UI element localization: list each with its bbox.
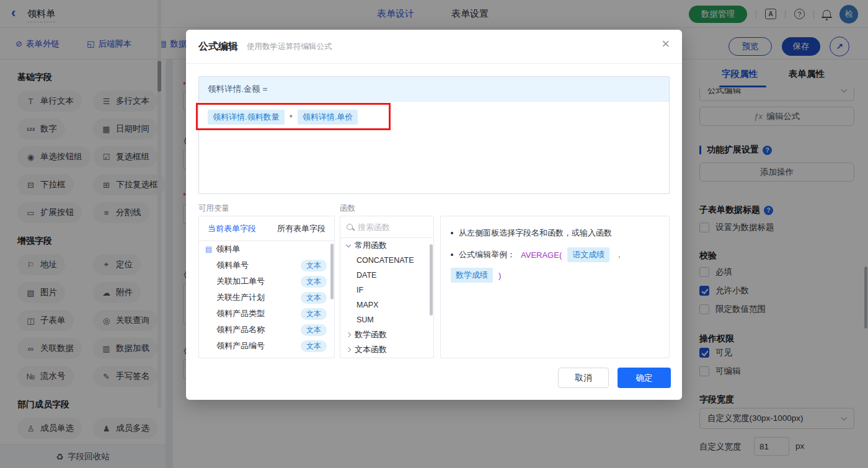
formula-help-panel: 从左侧面板选择字段名和函数，或输入函数 公式编辑举例： AVERAGE( 语文成… [440,216,670,358]
function-label: IF [356,286,363,294]
tree-label: 领料产品类型 [216,308,265,319]
formula-field-chip[interactable]: 领料详情.单价 [298,110,358,125]
tree-label: 关联生产计划 [216,292,265,303]
function-item-sum[interactable]: SUM [340,312,433,327]
group-label: 常用函数 [355,240,387,251]
tree-field-item[interactable]: 领料产品名称文本 [199,322,334,338]
type-badge: 文本 [301,260,327,272]
function-name-example: AVERAGE( [521,250,562,260]
bullet-icon [451,232,453,234]
functions-scrollbar-thumb[interactable] [430,244,433,316]
type-badge: 文本 [301,324,327,336]
formula-field-chip[interactable]: 领料详情.领料数量 [208,110,285,125]
chevron-right-icon [346,332,351,337]
confirm-button[interactable]: 确定 [618,368,671,388]
formula-editor-box: 领料详情.金额 = 领料详情.领料数量 * 领料详情.单价 [198,76,670,194]
example-chip: 数学成绩 [451,268,493,283]
tree-label: 关联加工单号 [216,276,265,287]
function-group-text[interactable]: 文本函数 [340,342,433,357]
document-icon: ▤ [205,245,212,254]
tree-field-item[interactable]: 关联生产计划文本 [199,289,334,306]
functions-panel: 常用函数 CONCATENATE DATE IF MAPX SUM 数学函数 文… [340,216,434,358]
functions-section-label: 函数 [340,203,355,214]
chevron-right-icon [346,347,351,352]
bullet-icon [451,254,453,256]
cancel-button[interactable]: 取消 [558,368,609,388]
function-label: DATE [356,271,376,280]
variables-panel: 当前表单字段 所有表单字段 ▤ 领料单 领料单号文本 关联加工单号文本 关联生产… [198,216,335,358]
group-label: 数学函数 [355,329,387,340]
modal-title: 公式编辑 [198,40,238,53]
variables-section-label: 可用变量 [198,203,229,214]
tree-label: 领料产品编号 [216,340,265,351]
tree-label: 领料单 [216,244,240,255]
function-label: CONCATENATE [356,256,414,265]
help-text: 从左侧面板选择字段名和函数，或输入函数 [459,227,612,239]
function-item-mapx[interactable]: MAPX [340,298,433,312]
function-item-date[interactable]: DATE [340,268,433,283]
function-group-math[interactable]: 数学函数 [340,327,433,342]
function-item-concatenate[interactable]: CONCATENATE [340,253,433,268]
tree-label: 领料单号 [216,260,249,271]
group-label: 文本函数 [355,344,387,355]
function-search-box [340,216,433,238]
formula-editor-modal: 公式编辑 使用数学运算符编辑公式 × 领料详情.金额 = 领料详情.领料数量 *… [186,30,682,400]
tab-all-form-fields[interactable]: 所有表单字段 [277,223,326,234]
tree-field-item[interactable]: 领料产品编号文本 [199,338,334,354]
type-badge: 文本 [301,340,327,352]
function-group-common[interactable]: 常用函数 [340,238,433,253]
app-screen: ‹ 领料单 表单设计 表单设置 数据管理 A ? 检 ⊘ 表单外链 ◱ 后端脚本 [0,0,868,468]
search-icon [347,224,353,230]
tree-root-form[interactable]: ▤ 领料单 [199,241,334,257]
tab-current-form-fields[interactable]: 当前表单字段 [208,223,256,234]
tree-field-item[interactable]: 领料产品类型文本 [199,306,334,322]
tree-field-item[interactable]: 领料单号文本 [199,257,334,273]
close-paren: ) [498,271,501,280]
modal-subtitle: 使用数学运算符编辑公式 [247,42,332,52]
multiply-operator[interactable]: * [290,113,293,122]
close-icon[interactable]: × [662,37,670,51]
help-line-2: 公式编辑举例： AVERAGE( 语文成绩 ， 数学成绩 ) [451,247,659,283]
formula-input-area[interactable]: 领料详情.领料数量 * 领料详情.单价 [199,102,669,193]
tree-label: 领料产品名称 [216,324,265,335]
formula-target: 领料详情.金额 = [199,77,669,102]
tree-field-item[interactable]: 关联加工单号文本 [199,273,334,289]
type-badge: 文本 [301,292,327,304]
variables-scrollbar-thumb[interactable] [330,244,334,299]
type-badge: 文本 [301,276,327,288]
help-line-1: 从左侧面板选择字段名和函数，或输入函数 [451,227,659,239]
function-item-if[interactable]: IF [340,283,433,298]
function-label: SUM [356,316,374,324]
type-badge: 文本 [301,308,327,320]
help-text: 公式编辑举例： [459,249,515,260]
function-label: MAPX [356,301,378,309]
chevron-down-icon [346,242,351,247]
function-search-input[interactable] [358,223,420,232]
variables-tabs: 当前表单字段 所有表单字段 [199,216,334,241]
example-chip: 语文成绩 [567,247,609,262]
separator-text: ， [615,249,623,260]
modal-header: 公式编辑 使用数学运算符编辑公式 × [186,30,682,64]
